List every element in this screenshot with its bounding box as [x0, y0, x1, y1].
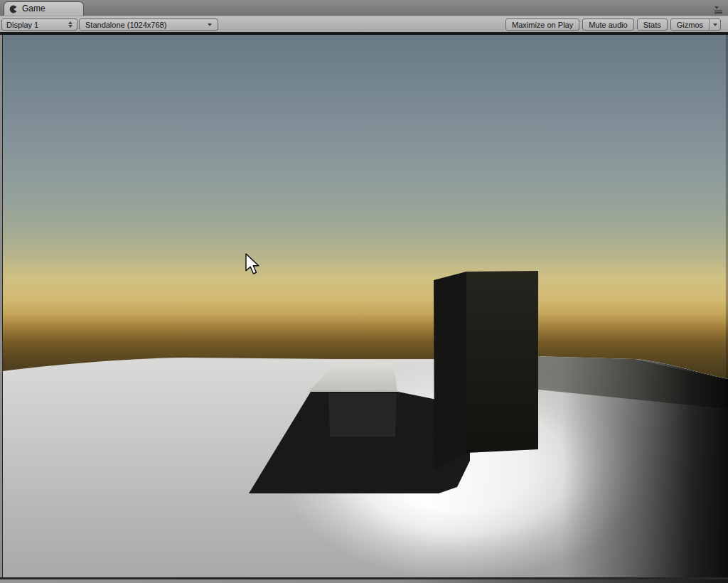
display-popup[interactable]: Display 1 [1, 18, 77, 31]
gizmos-label: Gizmos [671, 21, 709, 29]
maximize-on-play-button[interactable]: Maximize on Play [505, 18, 579, 31]
gizmos-arrow-icon [713, 23, 717, 26]
toolbar-right-group: Maximize on Play Mute audio Stats Gizmos [503, 18, 721, 31]
tower-left-face [434, 272, 466, 471]
tower-front-face [466, 271, 538, 453]
panel-menu-icon[interactable] [713, 6, 724, 14]
game-view-icon [9, 5, 18, 14]
aspect-popup-arrow-icon [208, 23, 212, 26]
translucent-cube-shadowed [328, 393, 397, 437]
tab-bar: Game [0, 0, 728, 16]
mute-audio-button[interactable]: Mute audio [582, 18, 633, 31]
game-toolbar: Display 1 Standalone (1024x768) Maximize… [0, 16, 728, 32]
viewport-left-frame [0, 35, 3, 583]
tab-game[interactable]: Game [4, 1, 84, 16]
display-popup-label: Display 1 [6, 21, 38, 29]
gizmos-dropdown[interactable] [709, 19, 720, 30]
aspect-popup-label: Standalone (1024x768) [85, 21, 166, 29]
tab-label: Game [22, 4, 46, 14]
sky-gradient [3, 35, 728, 383]
aspect-popup[interactable]: Standalone (1024x768) [79, 18, 218, 31]
unity-game-panel: Game Display 1 Standalone (1024x768) Max… [0, 0, 728, 583]
stats-button[interactable]: Stats [637, 18, 668, 31]
game-render-area[interactable] [3, 35, 728, 577]
viewport-bottom-frame [0, 577, 728, 583]
display-popup-updown-icon [68, 21, 73, 28]
game-viewport-frame [0, 32, 728, 583]
gizmos-button[interactable]: Gizmos [670, 18, 721, 31]
